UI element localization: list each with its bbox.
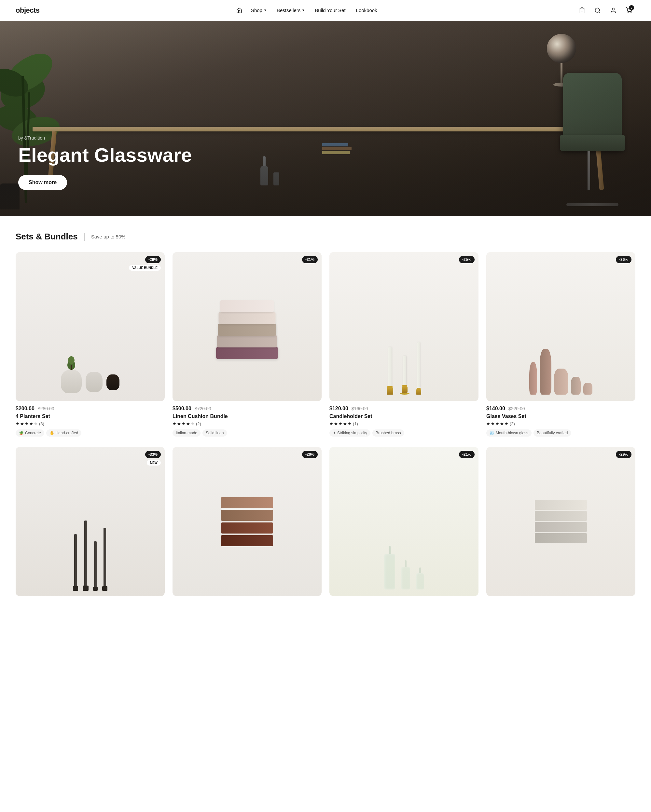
- product-image-candles2: -33% NEW: [15, 447, 165, 596]
- star-3: ★: [339, 421, 342, 426]
- mouth-blown-icon: 💨: [489, 431, 494, 435]
- product-name-cushions: Linen Cushion Bundle: [173, 414, 322, 419]
- product-card-planters[interactable]: -29% VALUE BUNDLE $200.00 $280.00 4 Plan…: [15, 252, 165, 437]
- price-original-vases: $220.00: [509, 406, 525, 411]
- star-4: ★: [186, 421, 190, 426]
- value-bundle-badge-planters: VALUE BUNDLE: [129, 265, 161, 271]
- section-divider: [84, 233, 85, 241]
- account-button[interactable]: [607, 4, 620, 17]
- product-card-cushions[interactable]: -31% $500.00 $720.00 Linen Cushion Bundl…: [173, 252, 322, 437]
- review-count-vases: (2): [510, 421, 515, 426]
- svg-point-3: [595, 8, 599, 12]
- cart-count-badge: 0: [629, 5, 634, 11]
- product-image-cushions: -31%: [173, 252, 322, 401]
- star-1: ★: [329, 421, 333, 426]
- product-image-vases: -36%: [486, 252, 636, 401]
- price-original-planters: $280.00: [38, 406, 54, 411]
- section-header: Sets & Bundles Save up to 50%: [15, 216, 636, 252]
- nav-icon-group: 0: [576, 4, 636, 17]
- star-2: ★: [334, 421, 338, 426]
- tags-cushions: Italian-made Solid linen: [173, 429, 322, 437]
- price-original-candles: $160.00: [351, 406, 368, 411]
- discount-badge-planters: -29%: [145, 256, 161, 263]
- star-4: ★: [29, 421, 33, 426]
- tag-linen: Solid linen: [202, 429, 227, 437]
- product-card-candles2[interactable]: -33% NEW: [15, 447, 165, 601]
- star-5: ★: [504, 421, 509, 426]
- hero-content: by &Tradition Elegant Glassware Show mor…: [18, 135, 192, 190]
- hero-section: by &Tradition Elegant Glassware Show mor…: [0, 21, 651, 216]
- hero-title: Elegant Glassware: [18, 145, 192, 166]
- star-4: ★: [343, 421, 347, 426]
- hero-brand: by &Tradition: [18, 135, 192, 140]
- nav-shop[interactable]: Shop ▾: [247, 5, 270, 15]
- discount-badge-bottles: -21%: [459, 451, 475, 458]
- home-nav-icon[interactable]: [234, 5, 245, 15]
- product-image-bottles: -21%: [329, 447, 478, 596]
- product-name-candles: Candleholder Set: [329, 414, 478, 419]
- shop-chevron: ▾: [264, 8, 266, 12]
- product-name-planters: 4 Planters Set: [15, 414, 165, 419]
- svg-point-6: [631, 12, 631, 13]
- product-card-towels[interactable]: -20%: [173, 447, 322, 601]
- discount-badge-vases: -36%: [616, 256, 631, 263]
- discount-badge-blankets: -29%: [616, 451, 631, 458]
- tag-italian: Italian-made: [173, 429, 200, 437]
- tag-simplicity: ✦ Striking simplicity: [329, 429, 370, 437]
- product-card-candles[interactable]: -25%: [329, 252, 478, 437]
- simplicity-icon: ✦: [333, 431, 336, 435]
- navigation: objects Shop ▾ Bestsellers ▾ Build Your …: [0, 0, 651, 21]
- stars-candles: ★ ★ ★ ★ ★ (1): [329, 421, 478, 426]
- star-1: ★: [173, 421, 176, 426]
- price-vases: $140.00 $220.00: [486, 406, 636, 412]
- star-4: ★: [500, 421, 504, 426]
- review-count-candles: (1): [353, 421, 358, 426]
- svg-point-5: [628, 12, 628, 13]
- bestsellers-chevron: ▾: [303, 8, 304, 12]
- nav-lookbook[interactable]: Lookbook: [352, 5, 381, 15]
- star-1: ★: [15, 421, 20, 426]
- handcrafted-icon: ✋: [49, 431, 54, 435]
- tag-beautifully-crafted: Beautifully crafted: [533, 429, 571, 437]
- product-name-vases: Glass Vases Set: [486, 414, 636, 419]
- 3d-view-button[interactable]: [576, 4, 588, 17]
- product-card-bottles[interactable]: -21%: [329, 447, 478, 601]
- star-3: ★: [182, 421, 185, 426]
- nav-links: Shop ▾ Bestsellers ▾ Build Your Set Look…: [234, 5, 381, 15]
- price-current-cushions: $500.00: [173, 406, 191, 412]
- price-original-cushions: $720.00: [195, 406, 211, 411]
- review-count-planters: (3): [39, 421, 44, 426]
- tag-brass: Brushed brass: [372, 429, 404, 437]
- price-planters: $200.00 $280.00: [15, 406, 165, 412]
- star-5: ★: [348, 421, 351, 426]
- star-3: ★: [495, 421, 499, 426]
- cart-button[interactable]: 0: [622, 4, 636, 17]
- star-1: ★: [486, 421, 490, 426]
- discount-badge-candles: -25%: [459, 256, 475, 263]
- nav-bestsellers[interactable]: Bestsellers ▾: [273, 5, 308, 15]
- hero-cta-button[interactable]: Show more: [18, 175, 67, 190]
- tags-candles: ✦ Striking simplicity Brushed brass: [329, 429, 478, 437]
- star-group-vases: ★ ★ ★ ★ ★: [486, 421, 509, 426]
- stars-vases: ★ ★ ★ ★ ★ (2): [486, 421, 636, 426]
- search-button[interactable]: [591, 4, 604, 17]
- star-group-planters: ★ ★ ★ ★ ★: [15, 421, 38, 426]
- product-card-vases[interactable]: -36%: [486, 252, 636, 437]
- product-image-blankets: -29%: [486, 447, 636, 596]
- price-current-candles: $120.00: [329, 406, 348, 412]
- tags-planters: 🪴 Concrete ✋ Hand-crafted: [15, 429, 165, 437]
- star-2: ★: [177, 421, 181, 426]
- tag-concrete: 🪴 Concrete: [15, 429, 44, 437]
- star-5: ★: [191, 421, 195, 426]
- star-group-candles: ★ ★ ★ ★ ★: [329, 421, 351, 426]
- product-card-blankets[interactable]: -29%: [486, 447, 636, 601]
- new-badge-candles2: NEW: [147, 460, 161, 466]
- price-cushions: $500.00 $720.00: [173, 406, 322, 412]
- product-image-towels: -20%: [173, 447, 322, 596]
- nav-logo[interactable]: objects: [15, 6, 40, 15]
- discount-badge-candles2: -33%: [145, 451, 161, 458]
- star-3: ★: [25, 421, 29, 426]
- stars-planters: ★ ★ ★ ★ ★ (3): [15, 421, 165, 426]
- nav-build-your-set[interactable]: Build Your Set: [311, 5, 349, 15]
- svg-rect-16: [70, 365, 72, 370]
